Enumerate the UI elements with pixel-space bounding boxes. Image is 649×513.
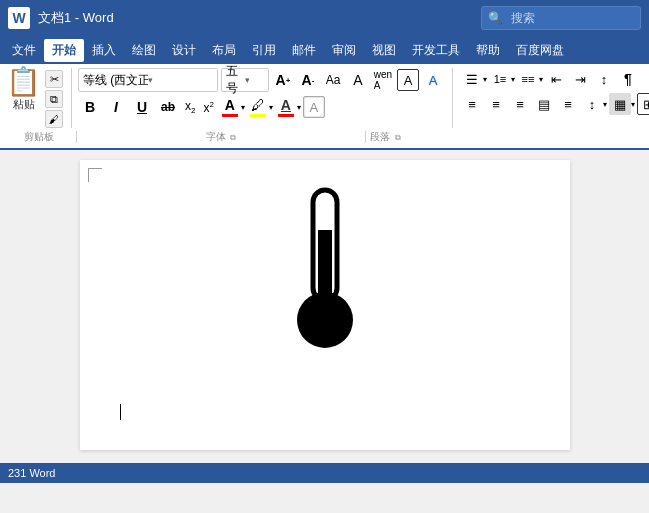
- font-group-expand[interactable]: ⧉: [230, 133, 236, 142]
- window-title: 文档1 - Word: [38, 9, 481, 27]
- menu-item-help[interactable]: 帮助: [468, 39, 508, 62]
- shrink-font-button[interactable]: A-: [297, 69, 319, 91]
- highlight-dropdown[interactable]: ▾: [269, 103, 273, 112]
- title-bar: W 文档1 - Word 🔍 搜索: [0, 0, 649, 36]
- menu-item-draw[interactable]: 绘图: [124, 39, 164, 62]
- svg-rect-3: [318, 195, 332, 205]
- menu-item-home[interactable]: 开始: [44, 39, 84, 62]
- line-spacing-button[interactable]: ↕: [581, 93, 603, 115]
- font-size-selector[interactable]: 五号 ▾: [221, 68, 269, 92]
- status-bar: 231 Word: [0, 463, 649, 483]
- borders-button[interactable]: ⊞: [637, 93, 649, 115]
- document-area: [0, 150, 649, 463]
- word-logo: W: [8, 7, 30, 29]
- svg-rect-1: [318, 230, 332, 300]
- numbered-list-button[interactable]: 1≡: [489, 68, 511, 90]
- align-right-button[interactable]: ≡: [509, 93, 531, 115]
- font-color-dropdown[interactable]: ▾: [241, 103, 245, 112]
- text-color-button[interactable]: A: [275, 95, 297, 119]
- ribbon: 📋 粘贴 ✂ ⧉ 🖌 等线 (西文正文) ▾ 五号: [0, 64, 649, 150]
- clipboard-group-label: 剪贴板: [6, 130, 72, 144]
- shading-button[interactable]: ▦: [609, 93, 631, 115]
- font-size-dropdown-arrow[interactable]: ▾: [245, 75, 264, 85]
- menu-item-layout[interactable]: 布局: [204, 39, 244, 62]
- underline-button[interactable]: U: [130, 96, 154, 118]
- font-color-button[interactable]: A: [219, 95, 241, 119]
- superscript-button[interactable]: x2: [200, 98, 216, 117]
- menu-item-mailings[interactable]: 邮件: [284, 39, 324, 62]
- bullet-list-dropdown[interactable]: ▾: [483, 75, 487, 84]
- change-case-button[interactable]: Aa: [322, 69, 344, 91]
- font-family-selector[interactable]: 等线 (西文正文) ▾: [78, 68, 218, 92]
- strikethrough-button[interactable]: ab: [156, 96, 180, 118]
- menu-item-file[interactable]: 文件: [4, 39, 44, 62]
- copy-button[interactable]: ⧉: [45, 90, 63, 108]
- paste-button[interactable]: 📋 粘贴: [6, 68, 41, 128]
- justify-button[interactable]: ▤: [533, 93, 555, 115]
- text-cursor: [120, 404, 121, 420]
- italic-button[interactable]: I: [104, 96, 128, 118]
- search-box[interactable]: 🔍 搜索: [481, 6, 641, 30]
- distributed-button[interactable]: ≡: [557, 93, 579, 115]
- paragraph-group-expand[interactable]: ⧉: [395, 133, 401, 142]
- font-family-dropdown-arrow[interactable]: ▾: [148, 75, 213, 85]
- paste-icon: 📋: [6, 68, 41, 96]
- menu-item-review[interactable]: 审阅: [324, 39, 364, 62]
- numbered-list-dropdown[interactable]: ▾: [511, 75, 515, 84]
- menu-item-developer[interactable]: 开发工具: [404, 39, 468, 62]
- page-corner-mark: [88, 168, 102, 182]
- align-center-button[interactable]: ≡: [485, 93, 507, 115]
- document-page[interactable]: [80, 160, 570, 450]
- bullet-list-button[interactable]: ☰: [461, 68, 483, 90]
- char-border-button[interactable]: A: [397, 69, 419, 91]
- thermometer-image: [280, 180, 370, 360]
- multilevel-list-dropdown[interactable]: ▾: [539, 75, 543, 84]
- line-spacing-dropdown[interactable]: ▾: [603, 100, 607, 109]
- thermometer-svg: [280, 180, 370, 360]
- highlight-button[interactable]: 🖊: [247, 95, 269, 119]
- decrease-indent-button[interactable]: ⇤: [545, 68, 567, 90]
- align-left-button[interactable]: ≡: [461, 93, 483, 115]
- grow-font-button[interactable]: A+: [272, 69, 294, 91]
- shading-dropdown[interactable]: ▾: [631, 100, 635, 109]
- bold-button[interactable]: B: [78, 96, 102, 118]
- svg-point-2: [297, 292, 353, 348]
- clear-format-button[interactable]: A: [347, 69, 369, 91]
- text-effect-button[interactable]: A: [422, 69, 444, 91]
- search-placeholder: 搜索: [511, 10, 535, 27]
- font-group-label: 字体 ⧉: [81, 130, 361, 144]
- show-marks-button[interactable]: ¶: [617, 68, 639, 90]
- paste-label: 粘贴: [13, 97, 35, 112]
- text-shadow-button[interactable]: A: [303, 96, 325, 118]
- subscript-button[interactable]: x2: [182, 97, 198, 117]
- format-painter-button[interactable]: 🖌: [45, 110, 63, 128]
- font-phonetic-button[interactable]: wenA: [372, 69, 394, 91]
- menu-item-baidu[interactable]: 百度网盘: [508, 39, 572, 62]
- search-icon: 🔍: [488, 11, 503, 25]
- paragraph-group-label: 段落 ⧉: [370, 130, 401, 144]
- menu-item-design[interactable]: 设计: [164, 39, 204, 62]
- increase-indent-button[interactable]: ⇥: [569, 68, 591, 90]
- menu-item-references[interactable]: 引用: [244, 39, 284, 62]
- sort-button[interactable]: ↕: [593, 68, 615, 90]
- menu-item-view[interactable]: 视图: [364, 39, 404, 62]
- menu-bar: 文件 开始 插入 绘图 设计 布局 引用 邮件 审阅 视图 开发工具 帮助 百度…: [0, 36, 649, 64]
- multilevel-list-button[interactable]: ≡≡: [517, 68, 539, 90]
- cut-button[interactable]: ✂: [45, 70, 63, 88]
- word-count: 231 Word: [8, 467, 56, 479]
- text-color-dropdown[interactable]: ▾: [297, 103, 301, 112]
- menu-item-insert[interactable]: 插入: [84, 39, 124, 62]
